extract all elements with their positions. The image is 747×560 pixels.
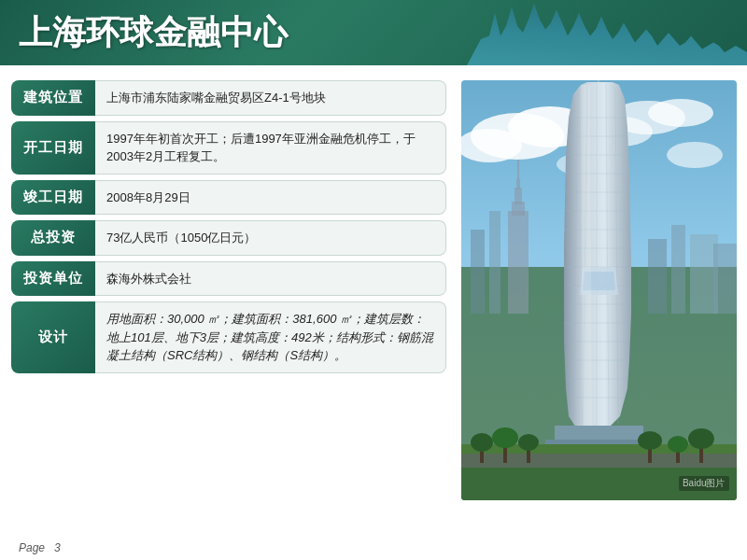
svg-point-62 [688,428,714,449]
svg-point-52 [471,433,493,452]
info-value-5: 用地面积：30,000 ㎡；建筑面积：381,600 ㎡；建筑层数：地上101层… [95,301,446,373]
building-image: Baidu图片 [461,80,737,500]
svg-point-5 [648,99,713,127]
info-label-0: 建筑位置 [11,80,95,116]
header: 上海环球金融中心 [0,0,747,65]
info-value-2: 2008年8月29日 [95,180,446,216]
main-content: 建筑位置上海市浦东陆家嘴金融贸易区Z4-1号地块开工日期1997年年初首次开工；… [0,65,747,541]
watermark: Baidu图片 [679,476,729,491]
info-label-2: 竣工日期 [11,180,95,216]
svg-rect-18 [514,188,522,204]
info-label-1: 开工日期 [11,121,95,175]
svg-rect-11 [489,211,500,314]
svg-point-56 [518,434,539,451]
svg-rect-13 [671,225,685,314]
info-row-0: 建筑位置上海市浦东陆家嘴金融贸易区Z4-1号地块 [11,80,446,116]
svg-marker-45 [581,85,592,435]
info-row-5: 设计用地面积：30,000 ㎡；建筑面积：381,600 ㎡；建筑层数：地上10… [11,301,446,373]
info-value-0: 上海市浦东陆家嘴金融贸易区Z4-1号地块 [95,80,446,116]
info-value-3: 73亿人民币（1050亿日元） [95,220,446,256]
svg-point-7 [667,142,723,168]
info-row-3: 总投资73亿人民币（1050亿日元） [11,220,446,256]
svg-rect-49 [461,454,737,468]
svg-rect-12 [648,239,667,314]
info-row-2: 竣工日期2008年8月29日 [11,180,446,216]
info-row-1: 开工日期1997年年初首次开工；后遭1997年亚洲金融危机停工，于2003年2月… [11,121,446,175]
info-label-5: 设计 [11,301,95,373]
svg-point-54 [492,427,518,448]
info-label-3: 总投资 [11,220,95,256]
info-value-1: 1997年年初首次开工；后遭1997年亚洲金融危机停工，于2003年2月工程复工… [95,121,446,175]
svg-rect-15 [713,244,737,314]
skyline-decoration [467,0,747,65]
page-title: 上海环球金融中心 [19,10,288,56]
page-label: Page [19,541,45,554]
svg-rect-10 [471,230,485,314]
svg-point-60 [668,436,688,453]
svg-rect-19 [516,178,520,189]
page-number: 3 [54,541,61,554]
info-panel: 建筑位置上海市浦东陆家嘴金融贸易区Z4-1号地块开工日期1997年年初首次开工；… [0,75,458,541]
footer: Page 3 [19,541,61,554]
svg-point-58 [638,431,662,450]
image-panel: Baidu图片 [458,75,747,541]
info-value-4: 森海外株式会社 [95,261,446,297]
info-row-4: 投资单位森海外株式会社 [11,261,446,297]
info-label-4: 投资单位 [11,261,95,297]
svg-rect-16 [508,211,529,314]
